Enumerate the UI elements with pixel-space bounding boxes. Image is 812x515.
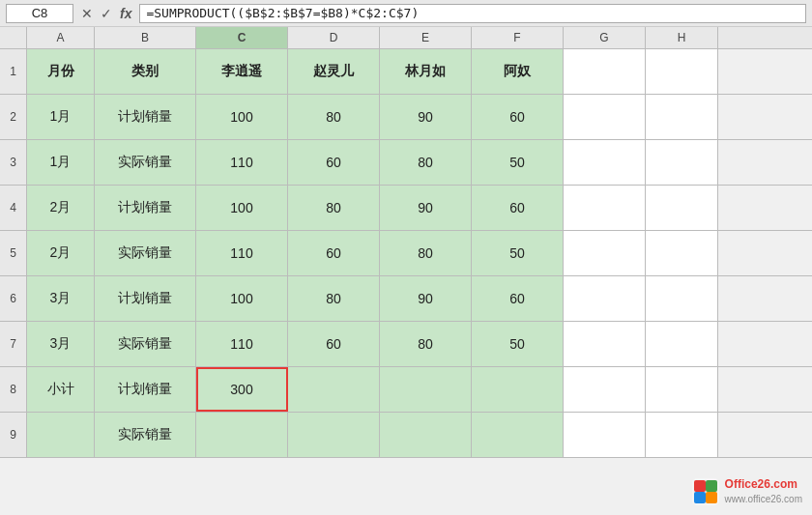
list-item[interactable]: 80 xyxy=(288,186,380,230)
list-item[interactable]: 80 xyxy=(380,322,472,366)
list-item[interactable] xyxy=(564,322,646,366)
list-item[interactable] xyxy=(646,49,718,94)
cell-reference-box[interactable]: C8 xyxy=(6,4,73,23)
list-item[interactable] xyxy=(646,413,718,457)
list-item[interactable]: 实际销量 xyxy=(95,413,196,457)
list-item[interactable]: 300 xyxy=(196,367,288,412)
row-number: 5 xyxy=(0,231,27,275)
list-item[interactable]: 林月如 xyxy=(380,49,472,94)
list-item[interactable]: 60 xyxy=(472,95,564,139)
list-item[interactable]: 1月 xyxy=(27,140,95,185)
col-header-g[interactable]: G xyxy=(564,27,646,48)
list-item[interactable] xyxy=(564,186,646,230)
list-item[interactable]: 阿奴 xyxy=(472,49,564,94)
list-item[interactable]: 90 xyxy=(380,95,472,139)
column-headers: A B C D E F G H xyxy=(0,27,812,49)
list-item[interactable]: 2月 xyxy=(27,186,95,230)
list-item[interactable]: 实际销量 xyxy=(95,322,196,366)
list-item[interactable]: 100 xyxy=(196,186,288,230)
list-item[interactable] xyxy=(472,413,564,457)
list-item[interactable]: 小计 xyxy=(27,367,95,412)
list-item[interactable]: 60 xyxy=(288,322,380,366)
list-item[interactable]: 赵灵儿 xyxy=(288,49,380,94)
list-item[interactable] xyxy=(564,367,646,412)
list-item[interactable]: 80 xyxy=(288,276,380,321)
list-item[interactable] xyxy=(288,413,380,457)
list-item[interactable] xyxy=(564,413,646,457)
list-item[interactable] xyxy=(564,49,646,94)
col-header-d[interactable]: D xyxy=(288,27,380,48)
list-item[interactable]: 80 xyxy=(288,95,380,139)
col-header-e[interactable]: E xyxy=(380,27,472,48)
list-item[interactable] xyxy=(564,140,646,185)
cell-ref-value: C8 xyxy=(32,6,48,20)
list-item[interactable]: 90 xyxy=(380,186,472,230)
list-item[interactable]: 110 xyxy=(196,322,288,366)
confirm-icon[interactable]: ✓ xyxy=(99,6,114,21)
formula-bar-icons: ✕ ✓ fx xyxy=(79,6,133,21)
list-item[interactable]: 100 xyxy=(196,95,288,139)
row-number: 6 xyxy=(0,276,27,321)
row-num-header xyxy=(0,27,27,48)
list-item[interactable]: 1月 xyxy=(27,95,95,139)
list-item[interactable]: 3月 xyxy=(27,322,95,366)
list-item[interactable] xyxy=(564,95,646,139)
list-item[interactable]: 实际销量 xyxy=(95,140,196,185)
list-item[interactable]: 50 xyxy=(472,322,564,366)
list-item[interactable] xyxy=(380,413,472,457)
list-item[interactable] xyxy=(288,367,380,412)
list-item[interactable]: 50 xyxy=(472,140,564,185)
list-item[interactable]: 月份 xyxy=(27,49,95,94)
list-item[interactable] xyxy=(646,231,718,275)
list-item[interactable]: 计划销量 xyxy=(95,186,196,230)
col-header-f[interactable]: F xyxy=(472,27,564,48)
col-header-a[interactable]: A xyxy=(27,27,95,48)
list-item[interactable]: 实际销量 xyxy=(95,231,196,275)
list-item[interactable]: 3月 xyxy=(27,276,95,321)
list-item[interactable]: 计划销量 xyxy=(95,276,196,321)
logo-site: Office26.com xyxy=(725,477,802,493)
list-item[interactable]: 60 xyxy=(288,231,380,275)
list-item[interactable]: 110 xyxy=(196,140,288,185)
list-item[interactable]: 李逍遥 xyxy=(196,49,288,94)
col-header-b[interactable]: B xyxy=(95,27,196,48)
cancel-icon[interactable]: ✕ xyxy=(79,6,95,21)
list-item[interactable]: 80 xyxy=(380,231,472,275)
list-item[interactable] xyxy=(646,276,718,321)
function-icon[interactable]: fx xyxy=(118,6,133,21)
list-item[interactable] xyxy=(646,186,718,230)
list-item[interactable] xyxy=(646,367,718,412)
list-item[interactable] xyxy=(646,322,718,366)
list-item[interactable] xyxy=(646,95,718,139)
list-item[interactable]: 90 xyxy=(380,276,472,321)
row-number: 8 xyxy=(0,367,27,412)
list-item[interactable] xyxy=(27,413,95,457)
formula-input[interactable] xyxy=(139,4,806,23)
list-item[interactable] xyxy=(646,140,718,185)
list-item[interactable]: 100 xyxy=(196,276,288,321)
list-item[interactable] xyxy=(564,276,646,321)
list-item[interactable]: 110 xyxy=(196,231,288,275)
list-item[interactable]: 50 xyxy=(472,231,564,275)
list-item[interactable]: 60 xyxy=(472,276,564,321)
list-item[interactable]: 计划销量 xyxy=(95,367,196,412)
col-header-h[interactable]: H xyxy=(646,27,718,48)
row-number: 2 xyxy=(0,95,27,139)
list-item[interactable] xyxy=(472,367,564,412)
list-item[interactable]: 2月 xyxy=(27,231,95,275)
list-item[interactable] xyxy=(380,367,472,412)
col-header-c[interactable]: C xyxy=(196,27,288,48)
list-item[interactable]: 80 xyxy=(380,140,472,185)
list-item[interactable] xyxy=(196,413,288,457)
office-logo-icon xyxy=(692,478,719,505)
svg-rect-4 xyxy=(706,492,717,503)
list-item[interactable]: 类别 xyxy=(95,49,196,94)
list-item[interactable]: 计划销量 xyxy=(95,95,196,139)
svg-rect-3 xyxy=(694,492,706,503)
list-item[interactable]: 60 xyxy=(472,186,564,230)
list-item[interactable] xyxy=(564,231,646,275)
row-number: 7 xyxy=(0,322,27,366)
table-row: 21月计划销量100809060 xyxy=(0,95,812,140)
row-number: 9 xyxy=(0,413,27,457)
list-item[interactable]: 60 xyxy=(288,140,380,185)
